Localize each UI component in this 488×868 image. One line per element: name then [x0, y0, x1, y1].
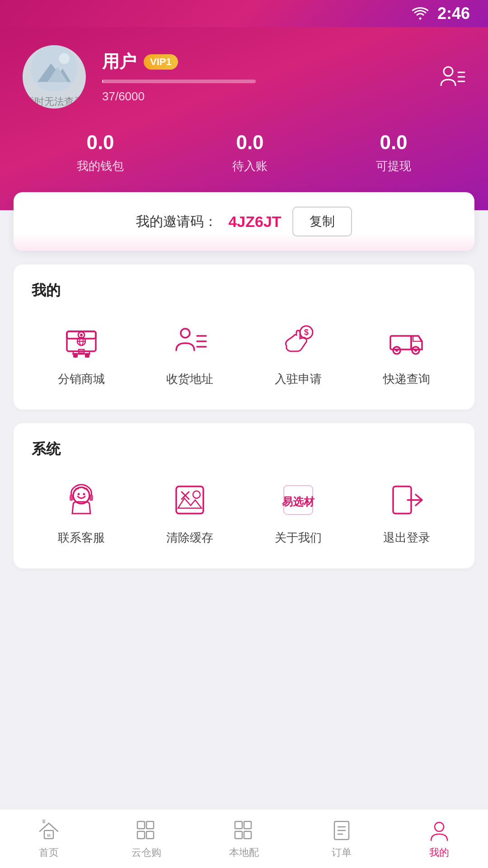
nav-orders[interactable]: 订单: [293, 819, 390, 859]
withdrawable-value: 0.0: [380, 131, 407, 154]
shipping-address-item[interactable]: 收货地址: [140, 319, 239, 387]
wallet-label: 我的钱包: [77, 158, 124, 174]
svg-rect-35: [70, 495, 73, 501]
logout-icon: [389, 482, 425, 518]
svg-point-29: [395, 349, 398, 352]
username: 用户: [102, 50, 136, 73]
clear-cache-label: 清除缓存: [166, 530, 213, 546]
my-section-title: 我的: [32, 281, 456, 301]
apply-join-item[interactable]: $ 入驻申请: [249, 319, 348, 387]
wallet-stat-withdrawable[interactable]: 0.0 可提现: [376, 131, 411, 174]
system-section-title: 系统: [32, 439, 456, 459]
profile-info: 用户 VIP1 37/6000: [102, 50, 256, 104]
distribution-mall-icon-box: [59, 319, 104, 364]
svg-point-3: [59, 53, 70, 64]
header-section: 暂时无法查看 用户 VIP1 37/6000: [0, 27, 488, 210]
progress-bar-fill: [102, 80, 103, 83]
invite-label: 我的邀请码：: [136, 212, 217, 231]
svg-rect-36: [89, 495, 93, 501]
about-us-item[interactable]: 易选材 关于我们: [249, 477, 348, 546]
username-row: 用户 VIP1: [102, 50, 256, 73]
avatar-label: 暂时无法查看: [24, 95, 84, 108]
distribution-mall-item[interactable]: 分销商城: [32, 319, 131, 387]
clear-cache-icon: [172, 482, 208, 518]
svg-rect-48: [137, 821, 145, 829]
wallet-stat-wallet[interactable]: 0.0 我的钱包: [77, 131, 124, 174]
avatar-image: [23, 45, 86, 92]
profile-left: 暂时无法查看 用户 VIP1 37/6000: [23, 45, 256, 108]
apply-join-icon-box: $: [276, 319, 321, 364]
nav-cloud-shop[interactable]: 云仓购: [98, 819, 195, 859]
express-query-icon: [389, 323, 425, 359]
svg-rect-53: [244, 821, 251, 829]
wallet-stat-pending[interactable]: 0.0 待入账: [232, 131, 267, 174]
wallet-value: 0.0: [86, 131, 114, 154]
customer-service-label: 联系客服: [58, 530, 105, 546]
system-section: 系统: [14, 423, 474, 568]
svg-point-34: [83, 493, 85, 495]
clear-cache-icon-box: [167, 477, 212, 523]
orders-icon: [330, 819, 353, 842]
customer-service-item[interactable]: 联系客服: [32, 477, 131, 546]
svg-point-21: [181, 329, 190, 338]
logout-item[interactable]: 退出登录: [357, 477, 456, 546]
distribution-mall-icon: [63, 323, 99, 359]
wifi-icon: [412, 7, 428, 20]
nav-mine[interactable]: 我的: [390, 819, 488, 859]
svg-point-4: [444, 67, 453, 76]
nav-home[interactable]: M 首页: [0, 819, 98, 859]
invite-card: 我的邀请码： 4JZ6JT 复制: [14, 192, 474, 251]
express-query-icon-box: [384, 319, 429, 364]
nav-local-delivery[interactable]: 本地配: [195, 819, 293, 859]
customer-service-icon: [63, 482, 99, 518]
svg-rect-49: [146, 821, 154, 829]
system-icon-grid: 联系客服 清除缓存: [32, 477, 456, 546]
account-menu-icon[interactable]: [438, 63, 465, 90]
clear-cache-item[interactable]: 清除缓存: [140, 477, 239, 546]
withdrawable-label: 可提现: [376, 158, 411, 174]
svg-point-38: [193, 491, 200, 498]
express-query-label: 快递查询: [383, 371, 430, 387]
svg-text:M: M: [47, 833, 51, 838]
customer-service-icon-box: [59, 477, 104, 523]
profile-right[interactable]: [438, 63, 465, 90]
svg-point-31: [414, 349, 417, 352]
xp-label: 37/6000: [102, 90, 256, 104]
svg-text:$: $: [304, 328, 309, 337]
pending-label: 待入账: [232, 158, 267, 174]
status-time: 2:46: [437, 4, 470, 23]
shipping-address-icon-box: [167, 319, 212, 364]
progress-bar: [102, 80, 256, 83]
about-us-icon-box: 易选材: [276, 477, 321, 523]
express-query-item[interactable]: 快递查询: [357, 319, 456, 387]
nav-cloud-shop-label: 云仓购: [131, 846, 161, 859]
svg-rect-55: [244, 831, 251, 839]
apply-join-label: 入驻申请: [275, 371, 322, 387]
copy-button[interactable]: 复制: [292, 207, 352, 236]
shipping-address-label: 收货地址: [166, 371, 213, 387]
svg-rect-50: [137, 831, 145, 839]
svg-point-60: [435, 822, 444, 831]
svg-rect-51: [146, 831, 154, 839]
distribution-mall-label: 分销商城: [58, 371, 105, 387]
nav-mine-label: 我的: [429, 846, 449, 859]
profile-row: 暂时无法查看 用户 VIP1 37/6000: [23, 45, 465, 108]
logout-icon-box: [384, 477, 429, 523]
svg-rect-37: [176, 486, 203, 514]
svg-point-33: [78, 493, 80, 495]
cloud-shop-icon: [135, 819, 158, 842]
svg-rect-52: [235, 821, 242, 829]
nav-orders-label: 订单: [332, 846, 352, 859]
svg-rect-54: [235, 831, 242, 839]
my-icon-grid: 分销商城 收货地址: [32, 319, 456, 387]
shipping-address-icon: [172, 323, 208, 359]
pending-value: 0.0: [236, 131, 263, 154]
svg-text:易选材: 易选材: [282, 495, 315, 508]
invite-code: 4JZ6JT: [228, 213, 281, 231]
avatar[interactable]: 暂时无法查看: [23, 45, 86, 108]
svg-point-11: [80, 334, 83, 336]
mine-icon: [427, 819, 451, 842]
my-section: 我的: [14, 264, 474, 410]
svg-rect-46: [42, 820, 45, 823]
apply-join-icon: $: [280, 323, 316, 359]
